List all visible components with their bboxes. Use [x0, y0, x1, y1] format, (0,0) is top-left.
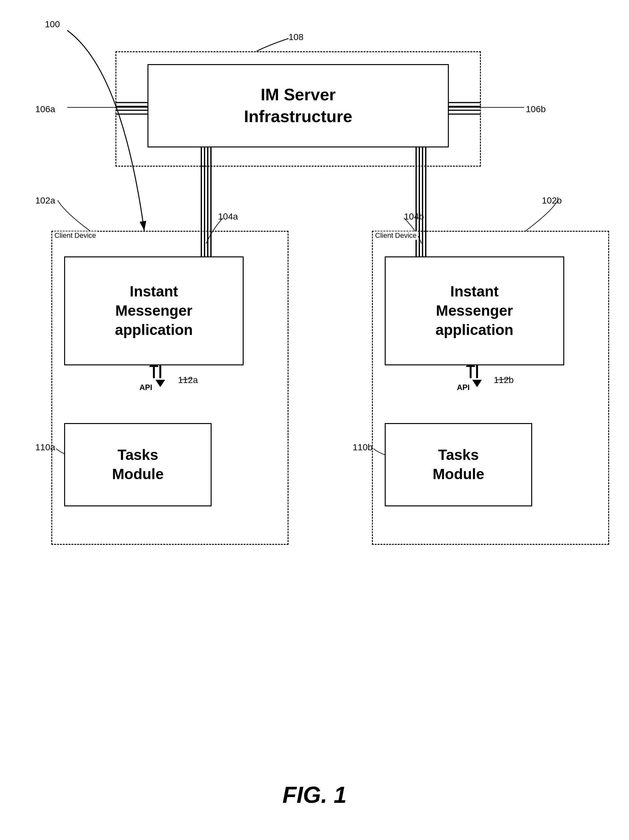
tasks-left-box: Tasks Module: [64, 423, 212, 506]
tasks-right-box: Tasks Module: [385, 423, 532, 506]
im-app-left-box: Instant Messenger application: [64, 256, 243, 365]
ref-label-110a: 110a: [35, 442, 55, 453]
ref-label-112b: 112b: [494, 375, 514, 385]
ref-label-110b: 110b: [352, 442, 373, 453]
ref-label-104b: 104b: [404, 212, 424, 222]
im-app-left-label: Instant Messenger application: [115, 282, 193, 339]
ref-label-112a: 112a: [178, 375, 198, 385]
im-app-right-label: Instant Messenger application: [436, 282, 514, 339]
ref-label-108: 108: [289, 32, 303, 42]
api-left-label: API: [139, 383, 152, 392]
ref-label-104a: 104a: [218, 212, 238, 222]
api-right-label: API: [457, 383, 470, 392]
ref-label-106b: 106b: [526, 104, 546, 114]
ref-label-102a: 102a: [35, 196, 55, 206]
im-server-label: IM Server Infrastructure: [244, 84, 352, 127]
figure-label: FIG. 1: [283, 782, 346, 808]
tasks-right-label: Tasks Module: [433, 445, 484, 484]
client-device-left-label: Client Device: [53, 231, 98, 240]
tasks-left-label: Tasks Module: [112, 445, 164, 484]
im-app-right-box: Instant Messenger application: [385, 256, 564, 365]
ref-label-100: 100: [45, 19, 60, 30]
client-device-right-label: Client Device: [374, 231, 418, 240]
ref-label-102b: 102b: [542, 196, 562, 206]
im-server-inner-box: IM Server Infrastructure: [147, 64, 449, 147]
ref-label-106a: 106a: [35, 104, 55, 114]
